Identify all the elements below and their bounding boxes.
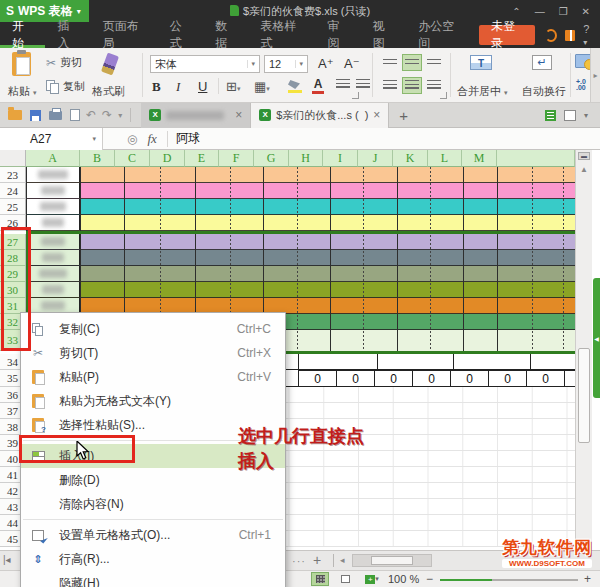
- column-header-L[interactable]: L: [428, 150, 462, 167]
- ribbon-tab-公式[interactable]: 公式: [158, 22, 203, 48]
- total-cell[interactable]: 0: [527, 370, 565, 387]
- zoom-in-button[interactable]: +: [584, 572, 591, 586]
- row-cells-26[interactable]: [26, 215, 575, 231]
- cell-A27[interactable]: [26, 234, 80, 249]
- zoom-slider[interactable]: [440, 579, 578, 581]
- cell-A31[interactable]: [26, 298, 80, 313]
- row-cells-24[interactable]: [26, 183, 575, 199]
- menu-item-隐藏[interactable]: 隐藏(H): [21, 571, 285, 587]
- font-name-combo[interactable]: 宋体▾: [150, 55, 260, 73]
- copy-button[interactable]: 复制: [46, 79, 85, 94]
- column-header-F[interactable]: F: [219, 150, 254, 167]
- shrink-font-button[interactable]: A⁻: [344, 56, 360, 71]
- total-cell[interactable]: 0: [375, 370, 413, 387]
- chevron-down-icon[interactable]: ▾: [584, 111, 588, 120]
- font-size-combo[interactable]: 12▾: [264, 55, 308, 73]
- format-painter-icon[interactable]: [101, 53, 119, 76]
- column-header-A[interactable]: A: [26, 150, 80, 167]
- vertical-scrollbar[interactable]: ▬ ▲: [575, 150, 592, 550]
- row-cells-28[interactable]: [26, 250, 575, 266]
- zoom-out-button[interactable]: −: [426, 572, 433, 586]
- font-dialog-launcher[interactable]: [352, 92, 359, 99]
- menu-item-设置单元格格式[interactable]: 设置单元格格式(O)...Ctrl+1: [21, 523, 285, 547]
- ribbon-tab-页面布局[interactable]: 页面布局: [91, 22, 158, 48]
- total-cell[interactable]: 0: [489, 370, 527, 387]
- split-handle[interactable]: ▬: [578, 152, 590, 160]
- ribbon-tab-数据[interactable]: 数据: [203, 22, 248, 48]
- formula-bar-value[interactable]: 阿球: [176, 130, 200, 147]
- ribbon-tab-插入[interactable]: 插入: [45, 22, 90, 48]
- add-sheet-button[interactable]: +: [313, 552, 321, 568]
- scroll-up-icon[interactable]: ▲: [577, 163, 591, 177]
- maximize-button[interactable]: ❐: [559, 6, 568, 17]
- tab-layout-icon[interactable]: [564, 110, 576, 121]
- search-function-icon[interactable]: ◎: [127, 132, 137, 146]
- help-button[interactable]: ?▾: [583, 23, 592, 47]
- column-header-B[interactable]: B: [80, 150, 115, 167]
- font-color-button[interactable]: A: [312, 77, 324, 94]
- cell-A30[interactable]: [26, 282, 80, 297]
- cut-button[interactable]: ✂剪切: [46, 55, 82, 70]
- select-all-corner[interactable]: [0, 150, 26, 167]
- column-header-H[interactable]: H: [289, 150, 323, 167]
- document-tab-inactive[interactable]: X ×: [141, 103, 251, 128]
- row-header-23[interactable]: 23: [0, 167, 26, 183]
- align-middle-button[interactable]: [402, 54, 422, 71]
- menu-item-行高[interactable]: ⇕行高(R)...: [21, 547, 285, 571]
- row-header-24[interactable]: 24: [0, 183, 26, 199]
- tab-list-icon[interactable]: [545, 110, 556, 121]
- minimize-button[interactable]: —: [535, 6, 545, 17]
- decrease-indent-icon[interactable]: [336, 79, 350, 90]
- italic-button[interactable]: I: [176, 79, 180, 95]
- total-cell[interactable]: 0: [337, 370, 375, 387]
- open-icon[interactable]: [8, 110, 22, 120]
- horizontal-scrollbar[interactable]: [352, 554, 432, 567]
- row-header-25[interactable]: 25: [0, 199, 26, 215]
- vertical-scroll-thumb[interactable]: [578, 348, 590, 443]
- column-header-partial[interactable]: [497, 150, 575, 167]
- ribbon-tab-开始[interactable]: 开始: [0, 22, 45, 48]
- column-header-K[interactable]: K: [393, 150, 428, 167]
- column-header-M[interactable]: M: [462, 150, 497, 167]
- ribbon-tab-视图[interactable]: 视图: [361, 22, 406, 48]
- row-cells-27[interactable]: [26, 234, 575, 250]
- horizontal-scroll-thumb[interactable]: [371, 556, 413, 565]
- cell-A23[interactable]: [26, 167, 80, 182]
- grow-font-button[interactable]: A⁺: [318, 56, 334, 71]
- row-cells-29[interactable]: [26, 266, 575, 282]
- page-break-view-button[interactable]: [336, 572, 354, 586]
- close-button[interactable]: ✕: [582, 6, 590, 17]
- name-box[interactable]: A27 ▾: [0, 128, 103, 150]
- save-icon[interactable]: [30, 110, 41, 121]
- format-painter-button[interactable]: 格式刷: [92, 84, 125, 99]
- menu-item-粘贴为无格式文本[interactable]: 粘贴为无格式文本(Y): [21, 389, 285, 413]
- underline-button[interactable]: U: [198, 79, 207, 94]
- close-icon[interactable]: ×: [373, 108, 380, 122]
- column-header-I[interactable]: I: [323, 150, 358, 167]
- row-cells-23[interactable]: [26, 167, 575, 183]
- column-header-D[interactable]: D: [150, 150, 185, 167]
- redo-icon[interactable]: ↷: [102, 108, 112, 122]
- align-bottom-button[interactable]: [424, 54, 444, 71]
- cell-A28[interactable]: [26, 250, 80, 265]
- normal-view-button[interactable]: [311, 572, 329, 586]
- menu-item-清除内容[interactable]: 清除内容(N): [21, 492, 285, 516]
- print-icon[interactable]: [49, 111, 62, 120]
- column-header-J[interactable]: J: [358, 150, 393, 167]
- cell-shading-button[interactable]: ▦▾: [254, 79, 270, 94]
- skin-icon[interactable]: [545, 29, 557, 42]
- increase-decimal-button[interactable]: +.0.00: [576, 79, 586, 91]
- wrap-text-button[interactable]: 自动换行: [522, 84, 566, 99]
- total-cell[interactable]: 0: [413, 370, 451, 387]
- ribbon-tab-办公空间[interactable]: 办公空间: [406, 22, 473, 48]
- insert-function-icon[interactable]: fx: [147, 131, 156, 147]
- align-top-button[interactable]: [380, 54, 400, 71]
- column-header-C[interactable]: C: [115, 150, 150, 167]
- menu-item-复制[interactable]: 复制(C)Ctrl+C: [21, 317, 285, 341]
- merge-center-button[interactable]: 合并居中 ▾: [457, 84, 508, 99]
- gift-icon[interactable]: [565, 30, 575, 41]
- ribbon-collapse-button[interactable]: ⌃: [512, 6, 520, 17]
- ribbon-scroll-right[interactable]: ▸: [590, 48, 600, 102]
- bold-button[interactable]: B: [152, 79, 161, 95]
- menu-item-粘贴[interactable]: 粘贴(P)Ctrl+V: [21, 365, 285, 389]
